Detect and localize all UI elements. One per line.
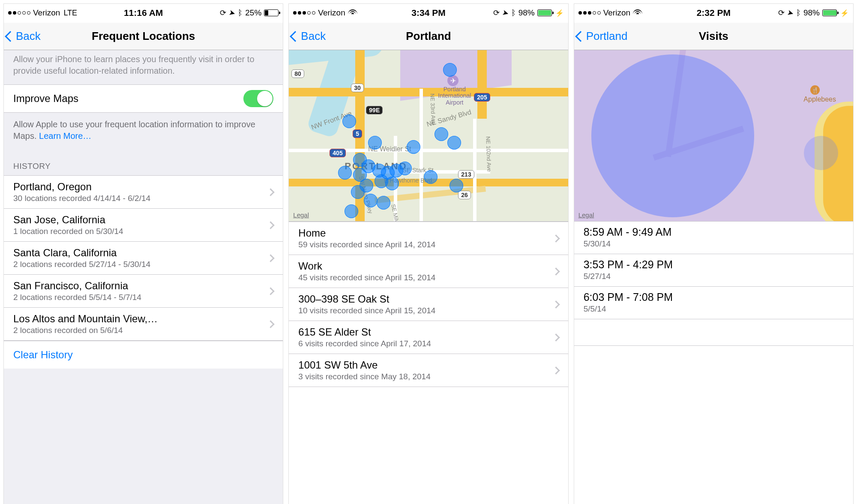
battery-icon (537, 9, 552, 16)
visit-row[interactable]: 8:59 AM - 9:49 AM5/30/14 (574, 222, 853, 254)
learn-more-link[interactable]: Learn More… (39, 131, 91, 141)
visits-list: 8:59 AM - 9:49 AM5/30/14 3:53 PM - 4:29 … (574, 222, 853, 504)
city-map[interactable]: PORTLAND NW Front Ave NE Weidler St NE S… (289, 50, 568, 222)
chevron-right-icon (552, 366, 560, 374)
page-title: Portland (406, 30, 451, 43)
airport-label: PortlandInternationalAirport (438, 86, 471, 106)
nav-bar: Back Frequent Locations (4, 23, 283, 50)
history-row[interactable]: Los Altos and Mountain View,…2 locations… (4, 308, 283, 341)
clock: 3:34 PM (289, 8, 568, 18)
history-row[interactable]: San Jose, California1 location recorded … (4, 209, 283, 242)
chevron-left-icon (5, 31, 15, 42)
visit-map[interactable]: 🍴 Applebees Legal (574, 50, 853, 222)
place-row[interactable]: 615 SE Alder St6 visits recorded since A… (289, 321, 568, 354)
place-row[interactable]: Home59 visits recorded since April 14, 2… (289, 222, 568, 255)
history-row[interactable]: Santa Clara, California2 locations recor… (4, 242, 283, 275)
status-bar: Verizon 3:34 PM ⟳ ➤ ᛒ 98% ⚡ (289, 4, 568, 23)
page-title: Visits (699, 30, 728, 43)
visit-row[interactable]: 3:53 PM - 4:29 PM5/27/14 (574, 254, 853, 287)
description-text: Allow your iPhone to learn places you fr… (4, 50, 283, 84)
history-row[interactable]: San Francisco, California2 locations rec… (4, 275, 283, 308)
place-row[interactable]: Work45 visits recorded since April 15, 2… (289, 255, 568, 288)
chevron-right-icon (552, 267, 560, 275)
poi-label: Applebees (803, 96, 836, 103)
clear-history-button[interactable]: Clear History (4, 341, 283, 369)
chevron-right-icon (552, 234, 560, 242)
chevron-right-icon (267, 287, 275, 295)
back-button[interactable]: Portland (577, 23, 628, 50)
chevron-left-icon (290, 31, 301, 42)
chevron-right-icon (267, 188, 275, 196)
improve-maps-label: Improve Maps (13, 93, 78, 105)
chevron-right-icon (552, 300, 560, 308)
chevron-right-icon (267, 254, 275, 262)
nav-bar: Portland Visits (574, 23, 853, 50)
back-label: Back (301, 30, 326, 43)
clock: 2:32 PM (574, 8, 853, 18)
map-legal-link[interactable]: Legal (578, 211, 594, 219)
improve-maps-row[interactable]: Improve Maps (4, 84, 283, 113)
history-header: HISTORY (4, 150, 283, 175)
back-button[interactable]: Back (6, 23, 41, 50)
screen-visits: Verizon 2:32 PM ⟳ ➤ ᛒ 98% ⚡ Portland Vis… (574, 3, 854, 504)
battery-icon (822, 9, 837, 16)
back-button[interactable]: Back (291, 23, 326, 50)
improve-maps-description: Allow Apple to use your frequent locatio… (4, 113, 283, 150)
chevron-right-icon (552, 333, 560, 341)
places-list: Home59 visits recorded since April 14, 2… (289, 222, 568, 387)
restaurant-icon: 🍴 (810, 85, 820, 95)
battery-icon (264, 9, 279, 16)
screen-city-detail: Verizon 3:34 PM ⟳ ➤ ᛒ 98% ⚡ Back Portlan… (288, 3, 568, 504)
chevron-right-icon (267, 221, 275, 229)
page-title: Frequent Locations (92, 30, 195, 43)
visit-row-empty (574, 346, 853, 372)
chevron-left-icon (575, 31, 586, 42)
place-row[interactable]: 300–398 SE Oak St10 visits recorded sinc… (289, 288, 568, 321)
place-row[interactable]: 1001 SW 5th Ave3 visits recorded since M… (289, 354, 568, 387)
back-label: Back (16, 30, 41, 43)
nav-bar: Back Portland (289, 23, 568, 50)
status-bar: Verizon LTE 11:16 AM ⟳ ➤ ᛒ 25% (4, 4, 283, 23)
visit-row[interactable]: 6:03 PM - 7:08 PM5/5/14 (574, 287, 853, 319)
chevron-right-icon (267, 320, 275, 328)
clock: 11:16 AM (4, 8, 283, 18)
map-legal-link[interactable]: Legal (293, 211, 309, 219)
history-row[interactable]: Portland, Oregon30 locations recorded 4/… (4, 175, 283, 209)
back-label: Portland (586, 30, 628, 43)
status-bar: Verizon 2:32 PM ⟳ ➤ ᛒ 98% ⚡ (574, 4, 853, 23)
location-radius-icon (591, 54, 754, 217)
screen-frequent-locations: Verizon LTE 11:16 AM ⟳ ➤ ᛒ 25% Back Freq… (3, 3, 283, 504)
history-list: Portland, Oregon30 locations recorded 4/… (4, 175, 283, 341)
improve-maps-toggle[interactable] (243, 90, 273, 107)
visit-row-empty (574, 319, 853, 346)
